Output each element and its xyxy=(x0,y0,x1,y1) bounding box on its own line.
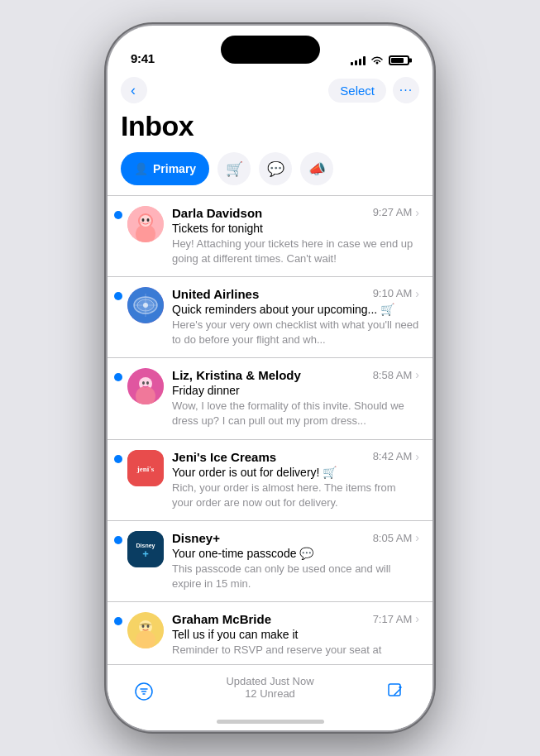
unread-count: 12 Unread xyxy=(160,687,380,700)
email-body: Liz, Kristina & Melody 8:58 AM › Friday … xyxy=(172,368,419,428)
battery-icon xyxy=(389,55,409,65)
email-time: 8:58 AM xyxy=(373,369,413,381)
email-header: Graham McBride 7:17 AM › xyxy=(172,612,419,626)
app-content: ‹ Select ··· Inbox 👤 Primary 🛒 💬 xyxy=(108,70,432,730)
compose-button[interactable] xyxy=(380,675,413,708)
email-item[interactable]: jeni's Jeni's Ice Creams 8:42 AM › Your … xyxy=(108,440,432,521)
email-preview: Rich, your order is almost here. The ite… xyxy=(172,481,419,510)
svg-point-18 xyxy=(146,381,149,385)
svg-point-4 xyxy=(142,218,145,222)
unread-indicator xyxy=(114,617,122,625)
email-body: Disney+ 8:05 AM › Your one-time passcode… xyxy=(172,531,419,591)
svg-text:+: + xyxy=(142,548,149,560)
tab-primary[interactable]: 👤 Primary xyxy=(121,152,209,185)
avatar xyxy=(127,368,164,404)
avatar-image xyxy=(127,368,164,404)
wifi-icon xyxy=(370,55,384,65)
more-button[interactable]: ··· xyxy=(393,77,419,103)
email-time: 7:17 AM xyxy=(373,613,413,625)
email-item[interactable]: Liz, Kristina & Melody 8:58 AM › Friday … xyxy=(108,358,432,439)
person-icon: 👤 xyxy=(134,162,148,175)
shopping-tag-icon: 🛒 xyxy=(380,303,394,316)
email-list: Darla Davidson 9:27 AM › Tickets for ton… xyxy=(108,196,432,674)
signal-bar-4 xyxy=(363,56,366,65)
email-header: Disney+ 8:05 AM › xyxy=(172,531,419,545)
svg-point-17 xyxy=(142,381,145,385)
avatar: Disney + xyxy=(127,531,164,567)
page-title: Inbox xyxy=(108,107,432,152)
chevron-right-icon: › xyxy=(415,612,419,625)
avatar-image xyxy=(127,287,164,323)
avatar: jeni's xyxy=(127,450,164,486)
avatar-image: Disney + xyxy=(127,531,164,567)
email-subject: Tickets for tonight xyxy=(172,222,419,235)
email-item[interactable]: Graham McBride 7:17 AM › Tell us if you … xyxy=(108,602,432,667)
email-preview: Wow, I love the formality of this invite… xyxy=(172,399,419,428)
tab-promotions[interactable]: 📣 xyxy=(300,152,333,185)
chevron-right-icon: › xyxy=(415,531,419,544)
email-subject: Tell us if you can make it xyxy=(172,628,419,641)
filter-icon xyxy=(134,682,154,701)
avatar xyxy=(127,206,164,242)
email-time-row: 7:17 AM › xyxy=(373,612,419,625)
email-preview: Here's your very own checklist with what… xyxy=(172,318,419,347)
unread-indicator xyxy=(114,292,122,300)
email-sender: United Airlines xyxy=(172,287,366,301)
chevron-left-icon: ‹ xyxy=(131,83,136,98)
svg-point-5 xyxy=(147,218,150,222)
chevron-right-icon: › xyxy=(415,450,419,463)
email-header: Darla Davidson 9:27 AM › xyxy=(172,206,419,220)
email-preview: Reminder to RSVP and reserve your seat a… xyxy=(172,643,419,658)
tab-messages[interactable]: 💬 xyxy=(259,152,292,185)
battery-fill xyxy=(391,58,404,63)
nav-bar: ‹ Select ··· xyxy=(108,70,432,107)
tab-shopping[interactable]: 🛒 xyxy=(217,152,251,185)
signal-bar-1 xyxy=(351,62,353,65)
email-time-row: 8:42 AM › xyxy=(373,450,419,463)
email-sender: Liz, Kristina & Melody xyxy=(172,368,366,382)
avatar xyxy=(127,287,164,323)
svg-rect-33 xyxy=(389,684,400,696)
email-time-row: 8:05 AM › xyxy=(373,531,419,544)
unread-indicator xyxy=(114,373,122,381)
filter-button[interactable] xyxy=(127,675,160,708)
email-item[interactable]: United Airlines 9:10 AM › Quick reminder… xyxy=(108,277,432,358)
avatar xyxy=(127,612,164,648)
email-header: Jeni's Ice Creams 8:42 AM › xyxy=(172,450,419,464)
compose-icon xyxy=(386,682,406,701)
email-time: 8:42 AM xyxy=(373,450,413,462)
email-subject: Friday dinner xyxy=(172,384,419,397)
svg-point-3 xyxy=(140,215,151,227)
chevron-right-icon: › xyxy=(415,206,419,219)
back-button[interactable]: ‹ xyxy=(121,77,147,103)
tab-primary-label: Primary xyxy=(153,162,196,175)
email-body: Darla Davidson 9:27 AM › Tickets for ton… xyxy=(172,206,419,266)
email-header: United Airlines 9:10 AM › xyxy=(172,287,419,301)
email-time: 9:10 AM xyxy=(373,287,413,299)
email-subject: Quick reminders about your upcoming... 🛒 xyxy=(172,303,419,316)
email-time: 9:27 AM xyxy=(373,206,413,218)
email-header: Liz, Kristina & Melody 8:58 AM › xyxy=(172,368,419,382)
svg-point-6 xyxy=(140,221,143,222)
status-icons xyxy=(351,55,409,65)
status-time: 9:41 xyxy=(131,51,155,65)
email-item[interactable]: Disney + Disney+ 8:05 AM › Your one-time… xyxy=(108,521,432,602)
email-body: United Airlines 9:10 AM › Quick reminder… xyxy=(172,287,419,347)
email-sender: Graham McBride xyxy=(172,612,366,626)
signal-bars-icon xyxy=(351,55,366,65)
ellipsis-icon: ··· xyxy=(399,84,413,97)
email-sender: Disney+ xyxy=(172,531,366,545)
phone-frame: 9:41 ‹ Select xyxy=(108,26,432,730)
svg-line-34 xyxy=(394,689,400,695)
toolbar-center: Updated Just Now 12 Unread xyxy=(160,675,380,700)
svg-text:jeni's: jeni's xyxy=(136,465,155,473)
message-tag-icon: 💬 xyxy=(299,547,313,560)
nav-actions: Select ··· xyxy=(328,77,419,103)
avatar-image xyxy=(127,612,164,648)
signal-bar-3 xyxy=(359,59,361,65)
email-item[interactable]: Darla Davidson 9:27 AM › Tickets for ton… xyxy=(108,196,432,277)
select-button[interactable]: Select xyxy=(328,79,386,103)
shopping-cart-icon: 🛒 xyxy=(226,160,243,178)
email-time-row: 9:10 AM › xyxy=(373,287,419,300)
email-time-row: 9:27 AM › xyxy=(373,206,419,219)
